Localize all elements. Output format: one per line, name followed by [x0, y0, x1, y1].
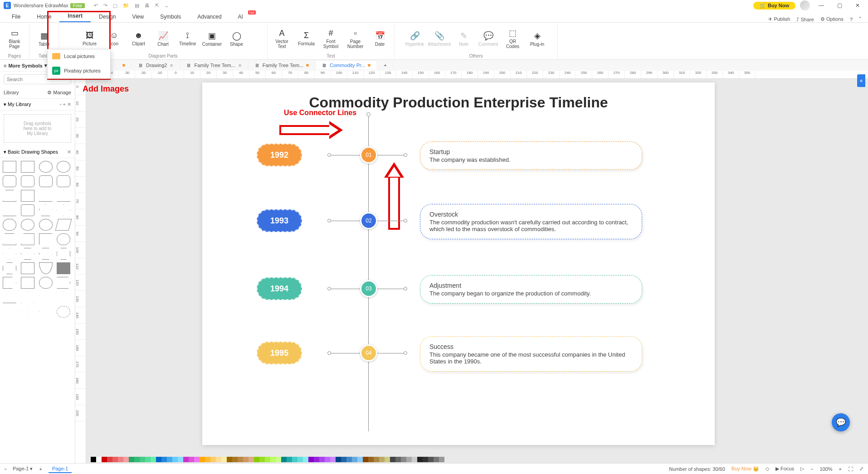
- shape-33[interactable]: [3, 291, 16, 303]
- comment-button[interactable]: 💬Comment: [478, 31, 499, 47]
- shape-button[interactable]: ◯Shape: [226, 31, 248, 47]
- page-number-button[interactable]: ▫Page Number: [345, 29, 366, 49]
- shape-7[interactable]: [39, 190, 53, 202]
- tab-design[interactable]: Design: [91, 11, 124, 22]
- color-swatch[interactable]: [385, 457, 390, 462]
- fit-icon[interactable]: ⛶: [848, 466, 853, 472]
- date-button[interactable]: 📅Date: [369, 31, 391, 47]
- new-icon[interactable]: ▢: [113, 3, 117, 9]
- shape-22[interactable]: [21, 248, 34, 260]
- number-circle[interactable]: 01: [360, 146, 377, 164]
- shape-37[interactable]: [3, 306, 16, 318]
- doc-tab-3[interactable]: 🗎 Family Tree Tem...: [249, 61, 316, 69]
- color-swatch[interactable]: [232, 457, 238, 462]
- color-swatch[interactable]: [341, 457, 346, 462]
- color-swatch[interactable]: [390, 457, 395, 462]
- canvas[interactable]: 🗎 Drawing2 ✕ 🗎 Family Tree Tem... ✕ 🗎 Fa…: [75, 60, 868, 463]
- undo-icon[interactable]: ↶: [94, 3, 98, 9]
- color-swatch[interactable]: [178, 457, 183, 462]
- number-circle[interactable]: 03: [360, 280, 377, 297]
- color-swatch[interactable]: [276, 457, 281, 462]
- collapse-right-panel[interactable]: «: [857, 74, 865, 87]
- shape-21[interactable]: [3, 248, 16, 260]
- color-swatch[interactable]: [308, 457, 314, 462]
- chat-bubble[interactable]: 💬: [832, 413, 850, 431]
- publish-button[interactable]: ✈ Publish: [768, 16, 790, 22]
- color-swatch[interactable]: [412, 457, 417, 462]
- color-swatch[interactable]: [102, 457, 107, 462]
- shape-13[interactable]: [3, 219, 16, 231]
- color-swatch[interactable]: [123, 457, 129, 462]
- color-swatch[interactable]: [167, 457, 172, 462]
- shape-40[interactable]: [57, 306, 70, 318]
- color-swatch[interactable]: [319, 457, 325, 462]
- focus-button[interactable]: ▶ Focus: [775, 466, 794, 472]
- description-box[interactable]: Adjustment The company began to organize…: [420, 275, 642, 304]
- shape-28[interactable]: [57, 262, 70, 274]
- shape-30[interactable]: [21, 277, 34, 289]
- mylib-drop-zone[interactable]: Drag symbols here to add to My Library: [4, 114, 71, 143]
- basic-shapes-close[interactable]: ✕: [67, 149, 71, 155]
- color-swatch[interactable]: [249, 457, 254, 462]
- color-swatch[interactable]: [374, 457, 379, 462]
- color-swatch[interactable]: [172, 457, 178, 462]
- tab-ai[interactable]: AIhot: [230, 11, 251, 22]
- shape-25[interactable]: [3, 262, 16, 274]
- container-button[interactable]: ▣Container: [201, 31, 223, 47]
- color-swatch[interactable]: [297, 457, 303, 462]
- color-swatch[interactable]: [352, 457, 357, 462]
- color-swatch[interactable]: [118, 457, 123, 462]
- color-swatch[interactable]: [439, 457, 444, 462]
- tab-symbols[interactable]: Symbols: [152, 11, 189, 22]
- color-swatch[interactable]: [314, 457, 319, 462]
- color-swatch[interactable]: [423, 457, 428, 462]
- color-swatch[interactable]: [91, 457, 96, 462]
- color-swatch[interactable]: [346, 457, 352, 462]
- snap-icon[interactable]: ◇: [766, 466, 769, 472]
- color-swatch[interactable]: [221, 457, 227, 462]
- status-buy-now[interactable]: Buy Now 👑: [731, 466, 759, 472]
- font-symbol-button[interactable]: #Font Symbol: [320, 29, 342, 49]
- color-swatch[interactable]: [379, 457, 385, 462]
- shape-17[interactable]: [3, 233, 16, 245]
- redo-icon[interactable]: ↷: [103, 3, 107, 9]
- basic-shapes-section[interactable]: ▾ Basic Drawing Shapes: [4, 149, 58, 155]
- shape-20[interactable]: [57, 233, 70, 245]
- shape-5[interactable]: [3, 190, 16, 202]
- color-swatch[interactable]: [96, 457, 102, 462]
- chart-button[interactable]: 📈Chart: [152, 31, 174, 47]
- note-button[interactable]: ✎Note: [453, 31, 475, 47]
- shape-24[interactable]: [57, 248, 70, 260]
- shape-32[interactable]: [57, 277, 70, 289]
- color-swatch[interactable]: [210, 457, 216, 462]
- tab-file[interactable]: File: [4, 11, 29, 22]
- plugin-button[interactable]: ◈Plug-in: [527, 31, 548, 47]
- qr-button[interactable]: ⬚QR Codes: [502, 28, 524, 49]
- shape-rounded4[interactable]: [57, 175, 70, 187]
- color-swatch[interactable]: [325, 457, 330, 462]
- page-select[interactable]: Page-1 ▾: [13, 466, 33, 472]
- shape-12[interactable]: [57, 204, 70, 216]
- year-pill[interactable]: 1992: [257, 144, 302, 166]
- manage-button[interactable]: ⚙ Manage: [47, 90, 71, 96]
- color-swatch[interactable]: [156, 457, 161, 462]
- help-icon[interactable]: ?: [850, 17, 853, 22]
- shape-rect2[interactable]: [21, 161, 34, 173]
- mylib-actions[interactable]: ▫ + ✕: [60, 102, 71, 107]
- color-swatch[interactable]: [205, 457, 210, 462]
- color-swatch[interactable]: [357, 457, 363, 462]
- zoom-out[interactable]: −: [810, 466, 813, 472]
- shape-15[interactable]: [39, 219, 53, 231]
- color-swatch[interactable]: [401, 457, 406, 462]
- open-icon[interactable]: 📁: [123, 3, 129, 9]
- clipart-button[interactable]: ☻Clipart: [128, 31, 150, 46]
- shape-14[interactable]: [21, 219, 34, 231]
- description-box[interactable]: Startup The company was established.: [420, 141, 642, 170]
- blank-page-button[interactable]: ▭Blank Page: [4, 28, 25, 49]
- doc-tab-2[interactable]: 🗎 Family Tree Tem... ✕: [180, 61, 248, 69]
- color-swatch[interactable]: [129, 457, 134, 462]
- color-swatch[interactable]: [368, 457, 374, 462]
- page[interactable]: Commodity Production Enterprise Timeline…: [202, 82, 715, 445]
- minimize-button[interactable]: —: [814, 2, 828, 9]
- color-swatch[interactable]: [428, 457, 434, 462]
